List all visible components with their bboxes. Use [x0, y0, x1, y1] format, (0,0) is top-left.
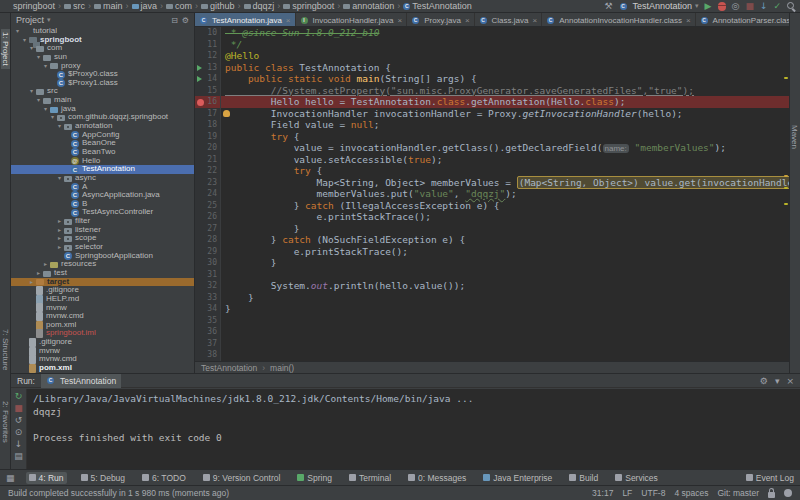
- editor-tab[interactable]: Class.java×: [475, 13, 543, 27]
- tree-item[interactable]: ▾tutorial: [11, 27, 194, 36]
- pin-button[interactable]: ⊙: [15, 428, 23, 437]
- tree-toggle-icon[interactable]: ▾: [42, 105, 49, 114]
- tree-toggle-icon[interactable]: ▾: [21, 36, 28, 45]
- tree-toggle-icon[interactable]: ▸: [56, 243, 63, 252]
- vcs-commit-button[interactable]: ✓: [773, 2, 781, 11]
- code-line[interactable]: value = invocationHandler.getClass().get…: [221, 142, 789, 154]
- vcs-update-button[interactable]: ↓: [760, 2, 768, 11]
- tree-item[interactable]: .gitignore: [11, 286, 194, 295]
- toolwindow-switcher-icon[interactable]: ▦: [6, 473, 15, 483]
- code-line[interactable]: [221, 338, 789, 350]
- toolwindow-version-control[interactable]: 9: Version Control: [200, 472, 284, 484]
- event-log-button[interactable]: Event Log: [746, 473, 794, 483]
- close-icon[interactable]: ×: [786, 376, 794, 386]
- status-widget[interactable]: Git: master: [717, 488, 759, 498]
- tree-toggle-icon[interactable]: ▸: [28, 278, 35, 287]
- tree-item[interactable]: $Proxy1.class: [11, 79, 194, 88]
- tree-item[interactable]: BeanTwo: [11, 148, 194, 157]
- nav-crumb[interactable]: springboot: [283, 1, 334, 11]
- code-line[interactable]: }: [221, 257, 789, 269]
- code-line[interactable]: try {: [221, 165, 789, 177]
- run-gutter-icon[interactable]: [197, 76, 202, 82]
- tree-toggle-icon[interactable]: ▸: [56, 217, 63, 226]
- rerun-button[interactable]: ↻: [15, 392, 23, 401]
- coverage-button[interactable]: ◎: [732, 2, 740, 11]
- tree-toggle-icon[interactable]: ▾: [56, 122, 63, 131]
- tree-toggle-icon[interactable]: ▸: [42, 260, 49, 269]
- nav-crumb[interactable]: src: [64, 1, 85, 11]
- nav-crumb[interactable]: com: [166, 1, 192, 11]
- status-widget[interactable]: LF: [622, 488, 632, 498]
- code-line[interactable]: }: [221, 292, 789, 304]
- tree-item[interactable]: SpringbootApplication: [11, 252, 194, 261]
- toolwindow-java-enterprise[interactable]: Java Enterprise: [480, 472, 555, 484]
- code-line[interactable]: } catch (IllegalAccessException e) {: [221, 200, 789, 212]
- toolwindow-run[interactable]: 4: Run: [26, 472, 67, 484]
- code-line[interactable]: } catch (NoSuchFieldException e) {: [221, 234, 789, 246]
- build-hammer-icon[interactable]: ⚒: [604, 2, 612, 11]
- tree-item[interactable]: ▾src: [11, 87, 194, 96]
- tree-item[interactable]: AsyncApplication.java: [11, 191, 194, 200]
- status-message[interactable]: Build completed successfully in 1 s 980 …: [8, 488, 229, 498]
- tree-toggle-icon[interactable]: ▾: [49, 113, 56, 122]
- tree-item[interactable]: pom.xml: [11, 364, 194, 373]
- toolwindow-terminal[interactable]: Terminal: [346, 472, 394, 484]
- restore-layout-button[interactable]: ↺: [15, 416, 23, 425]
- tree-toggle-icon[interactable]: ▾: [56, 174, 63, 183]
- breakpoint-icon[interactable]: [197, 99, 204, 106]
- code-line[interactable]: e.printStackTrace();: [221, 246, 789, 258]
- code-line[interactable]: * @since Sun 1.8.0_212_b10: [221, 27, 789, 39]
- nav-crumb[interactable]: dqqzj: [244, 1, 275, 11]
- tree-item[interactable]: ▸filter: [11, 217, 194, 226]
- lock-icon[interactable]: [768, 492, 775, 498]
- tree-toggle-icon[interactable]: ▾: [14, 27, 21, 36]
- tree-item[interactable]: HELP.md: [11, 295, 194, 304]
- tree-toggle-icon[interactable]: ▾: [35, 53, 42, 62]
- toolwindow-services[interactable]: Services: [612, 472, 661, 484]
- code-line[interactable]: public static void main(String[] args) {: [221, 73, 789, 85]
- editor-tab[interactable]: AnnotationParser.class×: [696, 13, 789, 27]
- code-line[interactable]: InvocationHandler invocationHandler = Pr…: [221, 108, 789, 120]
- editor-tab[interactable]: InvocationHandler.java×: [296, 13, 408, 27]
- clear-button[interactable]: ▤: [14, 452, 23, 461]
- code-line[interactable]: [221, 269, 789, 281]
- tree-item[interactable]: TestAsyncController: [11, 208, 194, 217]
- tree-item[interactable]: mvnw.cmd: [11, 312, 194, 321]
- chevron-down-icon[interactable]: ▾: [47, 16, 51, 24]
- tree-item[interactable]: mvnw: [11, 304, 194, 313]
- tree-item[interactable]: pom.xml: [11, 321, 194, 330]
- code-line[interactable]: Hello hello = TestAnnotation.class.getAn…: [221, 96, 789, 108]
- toolwindow-button-maven[interactable]: Maven: [790, 125, 799, 149]
- status-widget[interactable]: UTF-8: [641, 488, 665, 498]
- stop-button[interactable]: ■: [14, 404, 23, 413]
- hide-button[interactable]: ▾: [775, 376, 780, 386]
- search-everywhere-icon[interactable]: [787, 2, 796, 11]
- code-line[interactable]: }: [221, 223, 789, 235]
- nav-crumb[interactable]: main: [94, 1, 123, 11]
- nav-crumb[interactable]: annotation: [343, 1, 394, 11]
- editor-tab[interactable]: TestAnnotation.java×: [195, 13, 296, 27]
- tree-toggle-icon[interactable]: ▸: [35, 269, 42, 278]
- close-icon[interactable]: ×: [532, 16, 537, 25]
- debug-button[interactable]: [718, 2, 726, 11]
- code-line[interactable]: public class TestAnnotation {: [221, 62, 789, 74]
- run-button[interactable]: ▶: [705, 2, 712, 11]
- toolwindow-button-structure[interactable]: 7: Structure: [1, 329, 10, 370]
- tree-toggle-icon[interactable]: ▾: [35, 96, 42, 105]
- run-config-combo[interactable]: TestAnnotation▾: [619, 1, 699, 11]
- nav-crumb[interactable]: springboot: [4, 1, 55, 11]
- toolwindow-button-project[interactable]: 1: Project: [1, 29, 10, 69]
- code-line[interactable]: System.out.println(hello.value());: [221, 280, 789, 292]
- status-widget[interactable]: 4 spaces: [674, 488, 708, 498]
- code-line[interactable]: //System.setProperty("sun.misc.ProxyGene…: [221, 85, 789, 97]
- toolwindow-debug[interactable]: 5: Debug: [78, 472, 129, 484]
- run-tab[interactable]: TestAnnotation: [41, 374, 121, 388]
- tree-item[interactable]: ▸listener: [11, 226, 194, 235]
- code-line[interactable]: Field value = null;: [221, 119, 789, 131]
- code-line[interactable]: Map<String, Object> memberValues = (Map<…: [221, 177, 789, 189]
- tree-item[interactable]: ▾com: [11, 44, 194, 53]
- tree-item[interactable]: ▾main: [11, 96, 194, 105]
- run-console[interactable]: /Library/Java/JavaVirtualMachines/jdk1.8…: [27, 389, 800, 469]
- code-line[interactable]: @Hello: [221, 50, 789, 62]
- editor-tab[interactable]: Proxy.java×: [407, 13, 474, 27]
